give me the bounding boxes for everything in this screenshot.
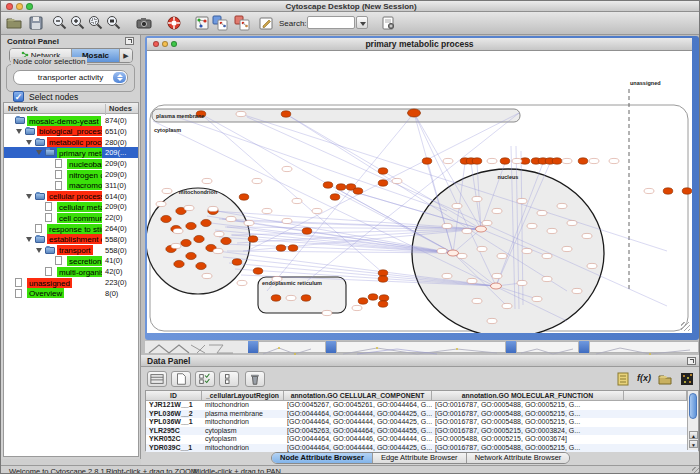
tree-node-label[interactable]: cellular process bbox=[47, 191, 102, 201]
tree-row[interactable]: Overview8(0) bbox=[4, 288, 138, 299]
tree-node-label[interactable]: macromolecule bbox=[67, 180, 102, 190]
network-node[interactable] bbox=[194, 235, 204, 242]
search-dropdown-button[interactable] bbox=[356, 16, 368, 29]
network-node[interactable] bbox=[487, 318, 497, 323]
tree-row[interactable]: biological_process651(0) bbox=[4, 126, 138, 137]
network-node[interactable] bbox=[472, 298, 482, 303]
network-node[interactable] bbox=[253, 268, 263, 274]
close-button[interactable] bbox=[6, 3, 13, 10]
tree-node-label[interactable]: multi-organism pro bbox=[57, 267, 102, 277]
tree-row[interactable]: macromolecule311(0) bbox=[4, 180, 138, 191]
expander-icon[interactable] bbox=[26, 140, 32, 145]
network-node[interactable] bbox=[547, 228, 557, 233]
network-node[interactable] bbox=[236, 111, 246, 116]
tree-row[interactable]: multi-organism pro42(0) bbox=[4, 266, 138, 277]
node-color-dropdown[interactable]: transporter activity bbox=[13, 70, 128, 85]
network-node[interactable] bbox=[467, 278, 477, 283]
tree-row[interactable]: primary metabo209(... bbox=[4, 147, 138, 158]
table-row[interactable]: YKR052Ccytoplasm[GO:0044464, GO:0044446,… bbox=[146, 435, 698, 444]
minimize-button[interactable] bbox=[16, 3, 23, 10]
annotation-icon[interactable] bbox=[257, 14, 275, 32]
network-node[interactable] bbox=[572, 288, 582, 293]
network-node[interactable] bbox=[221, 237, 231, 244]
matrix-icon[interactable] bbox=[679, 371, 695, 387]
tree-row[interactable]: cellular metabo209(0) bbox=[4, 201, 138, 212]
search-input[interactable] bbox=[307, 16, 355, 29]
network-node[interactable] bbox=[527, 223, 537, 228]
network-node[interactable] bbox=[281, 111, 291, 117]
network-node[interactable] bbox=[312, 208, 322, 213]
tree-node-label[interactable]: cellular metabo bbox=[57, 202, 102, 212]
network-node[interactable] bbox=[271, 295, 281, 301]
zoom-out-icon[interactable] bbox=[51, 14, 69, 32]
network-node[interactable] bbox=[186, 222, 196, 229]
column-header[interactable]: _cellularLayoutRegion bbox=[202, 391, 284, 401]
network-node[interactable] bbox=[492, 208, 502, 213]
tree-row[interactable]: transport558(0) bbox=[4, 245, 138, 256]
network-node[interactable] bbox=[173, 228, 183, 233]
network-node[interactable] bbox=[542, 276, 552, 281]
help-icon[interactable] bbox=[165, 14, 183, 32]
network-node[interactable] bbox=[522, 248, 532, 253]
network-node[interactable] bbox=[181, 239, 191, 246]
network-node[interactable] bbox=[378, 276, 388, 282]
save-icon[interactable] bbox=[27, 14, 45, 32]
table-row[interactable]: YJR121W__1mitochondrion[GO:0045267, GO:0… bbox=[146, 401, 698, 410]
expander-icon[interactable] bbox=[26, 237, 32, 242]
network-window-titlebar[interactable]: primary metabolic process bbox=[147, 38, 692, 51]
network-node[interactable] bbox=[476, 226, 487, 232]
select-nodes-checkbox[interactable]: ✓ bbox=[13, 91, 24, 102]
tree-row[interactable]: nucleobase-209(0) bbox=[4, 158, 138, 169]
zoom-selected-icon[interactable] bbox=[87, 14, 105, 32]
minimized-window-4[interactable] bbox=[516, 341, 579, 353]
import-attributes-icon[interactable] bbox=[657, 371, 673, 387]
network-node[interactable] bbox=[262, 208, 272, 213]
network-node[interactable] bbox=[232, 259, 242, 265]
window-resize-grip[interactable] bbox=[692, 467, 700, 474]
canvas-resize-grip[interactable] bbox=[681, 322, 690, 331]
network-node[interactable] bbox=[196, 262, 206, 269]
network-node[interactable] bbox=[452, 203, 462, 208]
network-node[interactable] bbox=[171, 243, 181, 248]
network-node[interactable] bbox=[491, 283, 502, 289]
network-node[interactable] bbox=[567, 220, 577, 225]
network-node[interactable] bbox=[437, 248, 447, 253]
network-node[interactable] bbox=[358, 298, 368, 304]
network-node[interactable] bbox=[336, 184, 346, 190]
network-node[interactable] bbox=[252, 178, 262, 183]
tab-node-attribute-browser[interactable]: Node Attribute Browser bbox=[272, 453, 373, 463]
network-node[interactable] bbox=[292, 198, 302, 203]
network-node[interactable] bbox=[368, 294, 378, 300]
scrollbar-thumb[interactable] bbox=[689, 393, 697, 419]
network-node[interactable] bbox=[487, 158, 497, 163]
network-node[interactable] bbox=[201, 219, 211, 226]
network-node[interactable] bbox=[587, 263, 597, 268]
network-node[interactable] bbox=[322, 310, 332, 315]
network-node[interactable] bbox=[589, 158, 599, 163]
network-node[interactable] bbox=[502, 303, 512, 308]
net-close-button[interactable] bbox=[153, 41, 159, 47]
minimized-window-5[interactable] bbox=[589, 341, 699, 353]
network-node[interactable] bbox=[562, 158, 572, 163]
scroll-up-arrow[interactable]: ▲ bbox=[689, 431, 698, 439]
expander-icon[interactable] bbox=[36, 150, 42, 155]
network-node[interactable] bbox=[644, 188, 654, 193]
expander-icon[interactable] bbox=[36, 248, 42, 253]
create-attribute-icon[interactable] bbox=[171, 371, 191, 387]
network-node[interactable] bbox=[512, 158, 522, 163]
network-node[interactable] bbox=[379, 295, 389, 301]
network-node[interactable] bbox=[532, 296, 542, 301]
network-node[interactable] bbox=[482, 220, 492, 225]
network-node[interactable] bbox=[500, 158, 510, 164]
network-node[interactable] bbox=[378, 301, 388, 307]
network-node[interactable] bbox=[557, 203, 567, 208]
network-node[interactable] bbox=[214, 231, 224, 236]
tree-row[interactable]: mosaic-demo-yeast874(0) bbox=[4, 115, 138, 126]
minimized-window-1[interactable] bbox=[145, 341, 248, 353]
network-node[interactable] bbox=[288, 245, 298, 251]
network-canvas[interactable]: plasma membranecytoplasmmitochondrionnuc… bbox=[147, 51, 692, 333]
network-node[interactable] bbox=[497, 253, 507, 258]
network-node[interactable] bbox=[213, 248, 223, 253]
tree-row[interactable]: cellular process614(0) bbox=[4, 191, 138, 202]
network-node[interactable] bbox=[226, 216, 236, 221]
